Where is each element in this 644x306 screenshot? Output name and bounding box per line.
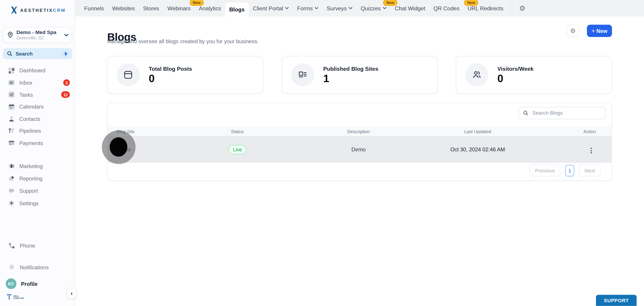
nav-item-surveys[interactable]: Surveys xyxy=(323,0,357,16)
previous-page-button[interactable]: Previous xyxy=(530,165,560,176)
sidebar-collapse-button[interactable]: ‹ xyxy=(67,288,76,298)
pipeline-funnel-icon xyxy=(8,128,15,134)
nav-item-url-redirects[interactable]: New URL Redirects xyxy=(463,0,507,16)
tasks-icon xyxy=(8,92,15,98)
caduceus-icon xyxy=(6,293,12,300)
brand-logo[interactable]: AESTHETIXCRM xyxy=(0,6,75,15)
nav-item-analytics[interactable]: New Analytics xyxy=(195,0,225,16)
stat-title: Visitors/Week xyxy=(497,66,534,72)
stat-value: 0 xyxy=(149,73,192,84)
blog-settings-gear-button[interactable]: ⚙ xyxy=(567,25,579,37)
bell-icon xyxy=(8,264,15,271)
calendar-icon xyxy=(8,104,15,110)
nav-item-websites[interactable]: Websites xyxy=(108,0,139,16)
phone-icon xyxy=(8,242,15,249)
sidebar-item-marketing[interactable]: Marketing xyxy=(0,160,75,172)
stat-card-visitors-week: Visitors/Week 0 xyxy=(456,56,612,94)
stat-value: 0 xyxy=(497,73,534,84)
visitors-users-icon xyxy=(472,70,482,80)
next-page-button[interactable]: Next xyxy=(579,165,600,176)
nav-item-funnels[interactable]: Funnels xyxy=(80,0,108,16)
brand-logo-icon xyxy=(10,6,18,15)
chevron-down-icon xyxy=(383,7,386,10)
sidebar-item-dashboard[interactable]: Dashboard xyxy=(0,65,75,77)
status-cell: Live xyxy=(177,145,297,154)
top-nav: Funnels Websites Stores Webinars New Ana… xyxy=(75,0,644,16)
support-button[interactable]: SUPPORT xyxy=(596,295,636,306)
new-blog-button[interactable]: + New xyxy=(587,25,612,37)
search-blogs-box xyxy=(519,107,606,119)
blogs-table-card: Blog Site Status Description Last Update… xyxy=(107,103,612,181)
cursor-highlight-overlay xyxy=(102,130,136,164)
sidebar-item-notifications[interactable]: Notifications xyxy=(0,261,75,273)
nav-item-quizzes[interactable]: New Quizzes xyxy=(357,0,391,16)
plus-icon: + xyxy=(592,27,595,34)
chevron-down-icon xyxy=(64,34,69,37)
global-search[interactable]: Search xyxy=(3,48,72,59)
nav-item-blogs-active[interactable]: Blogs xyxy=(225,3,249,16)
sidebar-menu-secondary: Marketing Reporting Support Settings xyxy=(0,160,75,209)
inbox-icon xyxy=(8,80,15,86)
description-cell: Demo xyxy=(298,146,420,153)
column-header-description: Description xyxy=(298,129,420,134)
sidebar-item-pipelines[interactable]: Pipelines xyxy=(0,125,75,137)
credit-card-icon xyxy=(8,140,15,146)
nav-item-stores[interactable]: Stores xyxy=(139,0,163,16)
sidebar-item-profile[interactable]: KC Profile xyxy=(0,278,75,289)
map-pin-icon xyxy=(6,31,14,39)
sidebar-item-payments[interactable]: Payments xyxy=(0,137,75,149)
nav-item-forms[interactable]: Forms xyxy=(293,0,323,16)
dashboard-icon xyxy=(8,67,15,74)
status-badge-live: Live xyxy=(228,145,246,154)
column-header-last-updated: Last Updated xyxy=(420,129,536,134)
pagination: Previous 1 Next xyxy=(530,165,600,176)
sidebar-item-settings[interactable]: Settings xyxy=(0,197,75,209)
table-row[interactable]: Demo Live Demo Oct 30, 2024 02:46 AM xyxy=(108,136,612,163)
sidebar-item-phone[interactable]: Phone xyxy=(0,240,75,251)
pie-chart-icon xyxy=(8,175,15,182)
new-badge: New xyxy=(190,0,204,6)
search-blogs-input[interactable] xyxy=(532,110,602,116)
stat-card-total-blog-posts: Total Blog Posts 0 xyxy=(107,56,263,94)
sidebar-item-calendars[interactable]: Calendars xyxy=(0,101,75,113)
location-city: Greenville, SC xyxy=(16,35,62,40)
stat-title: Total Blog Posts xyxy=(149,66,192,72)
chevron-down-icon xyxy=(315,7,319,10)
sidebar-item-tasks[interactable]: Tasks 12 xyxy=(0,89,75,101)
sidebar-item-support[interactable]: Support xyxy=(0,185,75,197)
stat-value: 1 xyxy=(323,73,378,84)
lightning-bolt-icon xyxy=(62,50,68,57)
page-subtitle: Manage and oversee all blogs created by … xyxy=(107,38,258,45)
chat-bubble-icon xyxy=(8,188,15,194)
nav-item-qr-codes[interactable]: QR Codes xyxy=(429,0,464,16)
location-selector[interactable]: Demo - Med Spa Greenville, SC xyxy=(3,27,72,43)
contact-person-icon xyxy=(8,116,15,122)
chevron-down-icon xyxy=(285,7,289,10)
stat-icon-chip xyxy=(117,63,140,86)
sidebar-item-contacts[interactable]: Contacts xyxy=(0,113,75,125)
nav-item-client-portal[interactable]: Client Portal xyxy=(249,0,293,16)
sidebar-item-inbox[interactable]: Inbox 3 xyxy=(0,77,75,89)
search-label: Search xyxy=(16,51,59,57)
app-root: Funnels Websites Stores Webinars New Ana… xyxy=(0,0,644,306)
stat-card-published-blog-sites: Published Blog Sites 1 xyxy=(282,56,438,94)
column-header-status: Status xyxy=(177,129,297,134)
column-header-action: Action xyxy=(536,129,612,134)
new-badge: New xyxy=(464,0,478,6)
kebab-menu-icon[interactable] xyxy=(589,146,594,155)
nav-divider xyxy=(512,4,512,13)
cursor-dot xyxy=(110,137,127,156)
blog-posts-icon xyxy=(123,70,133,80)
sidebar: AESTHETIXCRM Demo - Med Spa Greenville, … xyxy=(0,0,75,306)
tasks-count-badge: 12 xyxy=(61,92,70,98)
sidebar-menu-primary: Dashboard Inbox 3 Tasks 12 Calendars Con… xyxy=(0,65,75,149)
inbox-count-badge: 3 xyxy=(63,80,70,86)
sidebar-item-reporting[interactable]: Reporting xyxy=(0,172,75,185)
action-cell xyxy=(536,144,612,155)
table-header-row: Blog Site Status Description Last Update… xyxy=(108,127,612,136)
nav-settings-gear-icon[interactable]: ⚙ xyxy=(516,0,528,16)
page-number-button[interactable]: 1 xyxy=(565,165,574,176)
stat-title: Published Blog Sites xyxy=(323,66,378,72)
settings-gear-icon xyxy=(8,200,15,206)
stat-icon-chip xyxy=(291,63,314,86)
